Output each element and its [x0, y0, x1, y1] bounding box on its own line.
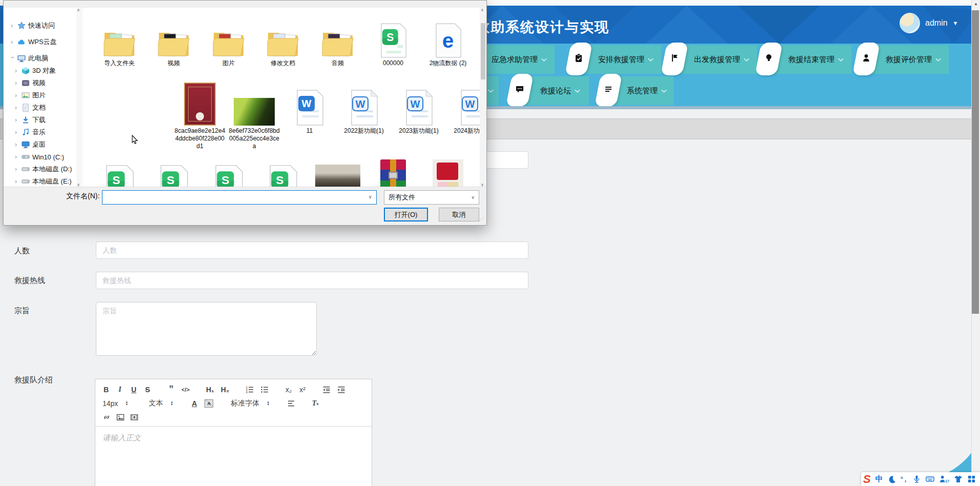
heading1-button[interactable]: H₁: [206, 386, 214, 394]
sidebar-item-3d-objects[interactable]: ›3D 对象: [5, 65, 76, 76]
avatar[interactable]: [900, 13, 920, 33]
file-item-logistics-data[interactable]: 2物流数据 (2): [421, 18, 475, 67]
nav-item-depart-rescue[interactable]: 出发救援管理: [664, 44, 759, 75]
heading2-button[interactable]: H₂: [221, 386, 229, 394]
sidebar-item-wps-cloud[interactable]: ›WPS云盘: [5, 36, 76, 48]
filename-input[interactable]: [102, 190, 377, 205]
bold-button[interactable]: B: [103, 386, 110, 394]
chevron-right-icon[interactable]: ›: [11, 22, 15, 29]
hotline-input[interactable]: [96, 272, 528, 289]
indent-icon[interactable]: [337, 386, 345, 394]
font-size-dropdown[interactable]: 14px ▲▼: [103, 399, 128, 408]
italic-button[interactable]: I: [116, 386, 124, 394]
chevron-right-icon[interactable]: ›: [15, 129, 19, 136]
chevron-expanded-icon[interactable]: ›: [9, 56, 16, 60]
chevron-right-icon[interactable]: ›: [15, 178, 19, 185]
underline-button[interactable]: U: [130, 386, 137, 394]
nav-item-rescue-forum[interactable]: 救援论坛: [509, 75, 591, 106]
person-badge-icon[interactable]: [939, 475, 949, 483]
chevron-right-icon[interactable]: ›: [15, 67, 19, 74]
video-icon[interactable]: [130, 413, 138, 421]
chevron-right-icon[interactable]: ›: [15, 92, 19, 99]
file-item-interior-image[interactable]: [311, 165, 365, 187]
file-item-car-image[interactable]: 8e6ef732e0c6f8bd005a225ecc4e3cea: [227, 79, 281, 150]
file-item-spreadsheet[interactable]: [201, 158, 256, 187]
file-item-cert-image[interactable]: 8cac9ae8e2e12e44ddcbe80f228e00d1: [173, 79, 227, 150]
clear-format-button[interactable]: Tx: [312, 399, 319, 408]
keyboard-icon[interactable]: [926, 475, 934, 483]
sidebar-item-downloads[interactable]: ›下载: [5, 114, 76, 126]
sogou-logo[interactable]: S: [863, 473, 871, 486]
nav-item-rescue-finish[interactable]: 救援结束管理: [758, 44, 853, 75]
sidebar-item-drive-d[interactable]: ›本地磁盘 (D:): [5, 164, 76, 175]
fullwidth-moon-icon[interactable]: [888, 475, 896, 483]
file-item-video-folder[interactable]: 视频: [147, 18, 201, 67]
file-item-000000[interactable]: 000000: [366, 18, 420, 67]
file-item-spreadsheet[interactable]: [147, 158, 201, 187]
chevron-right-icon[interactable]: ›: [15, 79, 19, 87]
sidebar-item-this-pc[interactable]: ›此电脑: [5, 53, 76, 64]
strikethrough-button[interactable]: S: [144, 386, 151, 394]
nav-item-arrange-rescue[interactable]: 安排救援管理: [568, 44, 663, 75]
nav-item-system-management[interactable]: 系统管理: [598, 75, 676, 106]
toolbox-grid-icon[interactable]: [967, 475, 976, 483]
renshu-input[interactable]: [96, 241, 528, 259]
chevron-right-icon[interactable]: ›: [15, 153, 19, 160]
file-item-audio-folder[interactable]: 音频: [311, 18, 365, 67]
zongzhi-textarea[interactable]: [96, 302, 317, 356]
code-block-button[interactable]: </>: [181, 387, 190, 393]
scroll-up-arrow-icon[interactable]: ▲: [974, 2, 978, 6]
scrollbar-thumb[interactable]: [481, 23, 485, 79]
file-item-2022[interactable]: 2022新功能(1): [337, 79, 391, 135]
microphone-icon[interactable]: [912, 475, 921, 483]
paragraph-style-dropdown[interactable]: 文本 ▲▼: [149, 399, 173, 408]
open-button[interactable]: 打开(O): [384, 208, 428, 221]
chevron-right-icon[interactable]: ›: [11, 38, 15, 46]
subscript-button[interactable]: x₂: [285, 386, 292, 394]
text-color-button[interactable]: A: [191, 399, 198, 408]
tree-scrollbar[interactable]: ∧ ∨: [76, 8, 83, 187]
sidebar-item-drive-e[interactable]: ›本地磁盘 (E:): [5, 176, 76, 187]
sidebar-item-documents[interactable]: ›文档: [5, 102, 76, 113]
scroll-up-arrow-icon[interactable]: ∧: [77, 8, 80, 12]
file-item-gift-image[interactable]: [421, 159, 475, 187]
resize-grip[interactable]: ⋰: [479, 218, 484, 223]
link-icon[interactable]: [103, 413, 111, 421]
file-item-2024[interactable]: 2024新功能(2): [446, 79, 480, 135]
file-item-import-folder[interactable]: 导入文件夹: [92, 18, 147, 67]
sidebar-item-music[interactable]: ›音乐: [5, 127, 76, 138]
ordered-list-icon[interactable]: [246, 386, 254, 394]
file-list-scrollbar[interactable]: ∧ ∨: [480, 8, 486, 187]
scroll-up-arrow-icon[interactable]: ∧: [481, 8, 484, 12]
editor-body[interactable]: 请输入正文: [95, 427, 372, 450]
font-family-dropdown[interactable]: 标准字体 ▲▼: [231, 399, 270, 408]
nav-item-rescue-evaluation[interactable]: 救援评价管理: [855, 44, 951, 75]
sidebar-item-desktop[interactable]: ›桌面: [5, 139, 76, 150]
chevron-right-icon[interactable]: ›: [15, 104, 19, 111]
file-item-11[interactable]: 11: [282, 79, 337, 135]
chevron-right-icon[interactable]: ›: [15, 141, 19, 148]
outdent-icon[interactable]: [322, 386, 331, 394]
background-color-icon[interactable]: A: [205, 399, 213, 408]
sidebar-item-quick-access[interactable]: ›快速访问: [5, 20, 76, 31]
bullet-list-icon[interactable]: [260, 386, 269, 394]
blockquote-button[interactable]: ”: [168, 384, 175, 395]
sidebar-item-drive-c[interactable]: ›Win10 (C:): [5, 151, 76, 163]
sidebar-item-videos[interactable]: ›视频: [5, 77, 76, 89]
align-icon[interactable]: [287, 399, 295, 408]
ime-mode-button[interactable]: 中: [875, 474, 883, 484]
chevron-down-icon[interactable]: ∨: [369, 194, 372, 199]
file-item-modified-docs-folder[interactable]: 修改文档: [256, 18, 310, 67]
filetype-select[interactable]: 所有文件 ∨: [384, 190, 479, 205]
file-item-archive[interactable]: [366, 159, 420, 187]
skin-shirt-icon[interactable]: [954, 475, 963, 483]
image-icon[interactable]: [116, 413, 125, 421]
user-menu[interactable]: admin ▼: [900, 13, 958, 33]
chevron-right-icon[interactable]: ›: [15, 116, 19, 124]
superscript-button[interactable]: x²: [299, 386, 306, 394]
sidebar-item-pictures[interactable]: ›图片: [5, 90, 76, 101]
file-item-spreadsheet[interactable]: [256, 158, 310, 187]
punctuation-button[interactable]: °，: [901, 475, 908, 484]
file-item-picture-folder[interactable]: 图片: [201, 18, 256, 67]
file-item-2023[interactable]: 2023新功能(1): [392, 79, 446, 135]
